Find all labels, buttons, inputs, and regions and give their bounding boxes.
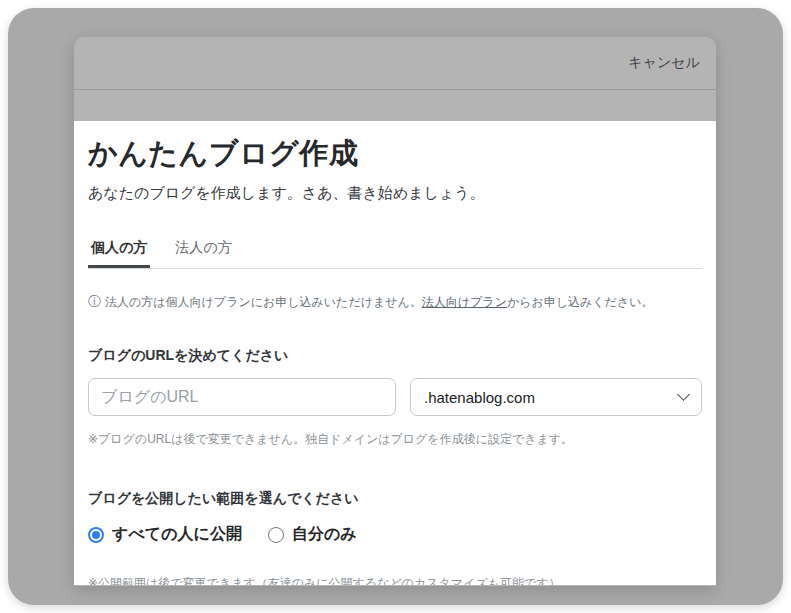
tab-corporate[interactable]: 法人の方 <box>172 239 234 268</box>
radio-checked-icon <box>88 527 104 543</box>
radio-option-public-label: すべての人に公開 <box>112 524 242 545</box>
blog-create-dialog: キャンセル かんたんブログ作成 あなたのブログを作成します。さあ、書き始めましょ… <box>74 37 716 586</box>
audience-tabs: 個人の方 法人の方 <box>88 239 702 269</box>
radio-option-public[interactable]: すべての人に公開 <box>88 524 242 545</box>
cancel-button[interactable]: キャンセル <box>628 54 700 72</box>
screenshot-canvas: キャンセル かんたんブログ作成 あなたのブログを作成します。さあ、書き始めましょ… <box>0 0 791 613</box>
blog-url-input[interactable] <box>88 378 396 416</box>
info-icon: ⓘ <box>88 294 101 309</box>
page-background-overlay: キャンセル かんたんブログ作成 あなたのブログを作成します。さあ、書き始めましょ… <box>8 8 783 605</box>
notice-text-before: 法人の方は個人向けプランにお申し込みいただけません。 <box>105 295 422 309</box>
radio-option-private-label: 自分のみ <box>292 524 357 545</box>
url-section-label: ブログのURLを決めてください <box>88 347 702 365</box>
dialog-top-bar: キャンセル <box>74 37 716 90</box>
page-title: かんたんブログ作成 <box>88 121 702 174</box>
radio-unchecked-icon <box>268 527 284 543</box>
domain-select-value: .hatenablog.com <box>424 389 535 406</box>
url-note: ※ブログのURLは後で変更できません。独自ドメインはブログを作成後に設定できます… <box>88 431 702 448</box>
corporate-plan-link[interactable]: 法人向けプラン <box>422 295 507 309</box>
radio-option-private[interactable]: 自分のみ <box>268 524 357 545</box>
visibility-note: ※公開範囲は後で変更できます（友達のみに公開するなどのカスタマイズも可能です）。 <box>88 575 702 585</box>
chevron-down-icon <box>677 388 690 401</box>
notice-text-after: からお申し込みください。 <box>507 295 654 309</box>
domain-select[interactable]: .hatenablog.com <box>410 378 702 416</box>
dialog-content: かんたんブログ作成 あなたのブログを作成します。さあ、書き始めましょう。 個人の… <box>74 121 716 585</box>
url-input-row: .hatenablog.com <box>88 378 702 416</box>
visibility-options: すべての人に公開 自分のみ <box>88 524 702 545</box>
visibility-section-label: ブログを公開したい範囲を選んでください <box>88 490 702 508</box>
corporate-notice: ⓘ法人の方は個人向けプランにお申し込みいただけません。法人向けプランからお申し込… <box>88 293 702 311</box>
page-subtitle: あなたのブログを作成します。さあ、書き始めましょう。 <box>88 184 702 203</box>
dialog-sub-bar <box>74 90 716 121</box>
tab-personal[interactable]: 個人の方 <box>88 239 150 268</box>
